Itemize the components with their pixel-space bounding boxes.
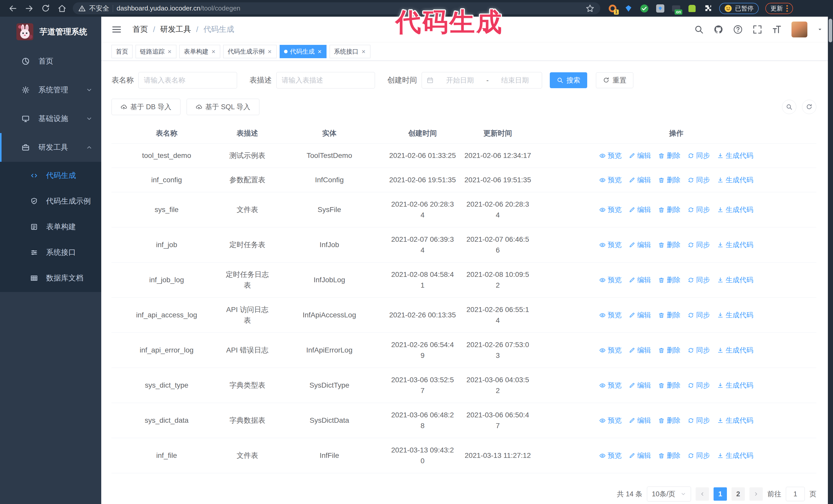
sidebar-item-db-docs[interactable]: 数据库文档 [0,265,101,291]
action-edit-link[interactable]: 编辑 [629,310,651,320]
browser-back-button[interactable] [8,4,18,13]
action-preview-link[interactable]: 预览 [599,239,622,250]
sidebar-item-system-api[interactable]: 系统接口 [0,240,101,265]
action-sync-link[interactable]: 同步 [688,150,710,161]
browser-address-bar[interactable]: 不安全 dashboard.yudao.iocoder.cn/tool/code… [73,2,600,14]
font-size-icon[interactable] [772,25,782,34]
github-icon[interactable] [714,25,723,34]
table-row[interactable]: inf_api_error_log API 错误日志 InfApiErrorLo… [112,333,816,368]
scrollbar-thumb[interactable] [829,19,832,42]
action-edit-link[interactable]: 编辑 [629,380,651,391]
close-icon[interactable]: × [211,48,216,55]
page-button-2[interactable]: 2 [732,487,745,501]
date-range-picker[interactable]: 开始日期 - 结束日期 [422,72,542,89]
action-edit-link[interactable]: 编辑 [629,450,651,461]
action-edit-link[interactable]: 编辑 [629,204,651,215]
tag-tracing[interactable]: 链路追踪× [136,45,176,58]
import-sql-button[interactable]: 基于 SQL 导入 [187,99,259,115]
action-sync-link[interactable]: 同步 [688,310,710,320]
tag-system-api[interactable]: 系统接口× [330,45,371,58]
table-row[interactable]: sys_file 文件表 SysFile 2021-02-06 20:28:3 … [112,192,816,227]
tag-codegen-active[interactable]: 代码生成× [280,45,327,58]
action-preview-link[interactable]: 预览 [599,380,622,391]
action-delete-link[interactable]: 删除 [658,274,681,285]
search-button[interactable]: 搜索 [550,72,587,88]
action-delete-link[interactable]: 删除 [658,345,681,356]
action-edit-link[interactable]: 编辑 [629,274,651,285]
bookmark-star-icon[interactable] [586,4,595,13]
action-sync-link[interactable]: 同步 [688,274,710,285]
action-delete-link[interactable]: 删除 [658,150,681,161]
action-generate-link[interactable]: 生成代码 [717,380,753,391]
extension-icon-dark-on[interactable]: on [671,4,681,13]
user-avatar[interactable] [791,22,807,38]
action-generate-link[interactable]: 生成代码 [717,345,753,356]
sidebar-item-codegen-example[interactable]: 代码生成示例 [0,188,101,214]
action-delete-link[interactable]: 删除 [658,380,681,391]
action-generate-link[interactable]: 生成代码 [717,274,753,285]
hamburger-icon[interactable] [112,24,122,34]
tag-form-builder[interactable]: 表单构建× [180,45,220,58]
action-preview-link[interactable]: 预览 [599,450,622,461]
breadcrumb-devtools[interactable]: 研发工具 [160,24,191,34]
browser-reload-button[interactable] [41,4,50,13]
close-icon[interactable]: × [167,48,172,55]
sidebar-item-devtools[interactable]: 研发工具 [0,133,101,162]
browser-update-button[interactable]: 更新 [765,3,793,14]
table-name-input[interactable] [138,72,237,89]
action-delete-link[interactable]: 删除 [658,174,681,185]
action-generate-link[interactable]: 生成代码 [717,239,753,250]
sidebar-item-codegen[interactable]: 代码生成 [0,163,101,188]
action-delete-link[interactable]: 删除 [658,310,681,320]
refresh-table-button[interactable] [802,100,816,114]
extension-icon-orange[interactable]: 1 [608,4,617,13]
browser-forward-button[interactable] [25,4,34,13]
action-preview-link[interactable]: 预览 [599,310,622,320]
import-db-button[interactable]: 基于 DB 导入 [112,99,181,115]
table-row[interactable]: inf_file 文件表 InfFile 2021-03-13 09:43:2 … [112,438,816,473]
avatar-caret-down-icon[interactable] [817,27,823,32]
action-edit-link[interactable]: 编辑 [629,150,651,161]
sidebar-item-form-builder[interactable]: 表单构建 [0,214,101,240]
extension-icon-diamond[interactable] [624,4,633,13]
action-preview-link[interactable]: 预览 [599,204,622,215]
action-sync-link[interactable]: 同步 [688,380,710,391]
action-sync-link[interactable]: 同步 [688,345,710,356]
extension-icon-green[interactable] [687,4,697,13]
action-delete-link[interactable]: 删除 [658,204,681,215]
action-edit-link[interactable]: 编辑 [629,239,651,250]
table-row[interactable]: tool_test_demo 测试示例表 ToolTestDemo 2021-0… [112,144,816,168]
tag-codegen-example[interactable]: 代码生成示例× [223,45,276,58]
table-row[interactable]: inf_api_access_log API 访问日志表 InfApiAcces… [112,297,816,333]
page-button-1[interactable]: 1 [714,487,727,501]
table-desc-input[interactable] [276,72,375,89]
fullscreen-icon[interactable] [753,25,762,34]
extension-puzzle-icon[interactable] [703,4,713,13]
goto-page-input[interactable] [786,487,805,501]
profile-paused-badge[interactable]: 已暂停 [719,3,759,14]
action-delete-link[interactable]: 删除 [658,415,681,426]
action-generate-link[interactable]: 生成代码 [717,415,753,426]
help-icon[interactable] [733,25,743,34]
tag-home[interactable]: 首页 [112,45,133,58]
sidebar-item-system-mgmt[interactable]: 系统管理 [0,76,101,104]
app-logo[interactable]: 芋道管理系统 [0,17,101,47]
action-generate-link[interactable]: 生成代码 [717,450,753,461]
reset-button[interactable]: 重置 [596,72,633,88]
table-row[interactable]: sys_dict_type 字典类型表 SysDictType 2021-03-… [112,368,816,403]
action-sync-link[interactable]: 同步 [688,204,710,215]
action-preview-link[interactable]: 预览 [599,415,622,426]
sidebar-item-infrastructure[interactable]: 基础设施 [0,104,101,133]
action-edit-link[interactable]: 编辑 [629,345,651,356]
action-sync-link[interactable]: 同步 [688,450,710,461]
action-preview-link[interactable]: 预览 [599,274,622,285]
prev-page-button[interactable] [696,487,709,501]
close-icon[interactable]: × [317,48,322,55]
next-page-button[interactable] [749,487,763,501]
toggle-search-button[interactable] [782,100,796,114]
action-edit-link[interactable]: 编辑 [629,415,651,426]
table-row[interactable]: inf_job 定时任务表 InfJob 2021-02-07 06:39:3 … [112,227,816,263]
action-sync-link[interactable]: 同步 [688,415,710,426]
action-sync-link[interactable]: 同步 [688,174,710,185]
action-sync-link[interactable]: 同步 [688,239,710,250]
